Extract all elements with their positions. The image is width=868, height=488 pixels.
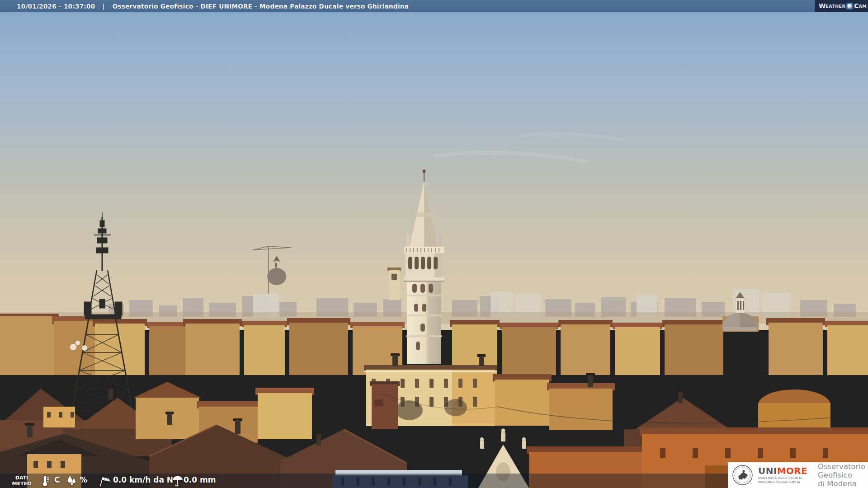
windsock-icon (99, 475, 110, 487)
droplets-icon (66, 475, 78, 487)
weathercam-am: AM (859, 4, 867, 9)
weathercam-eather: EATHER (826, 4, 845, 9)
dati-meteo-label: DATI METEO (7, 475, 36, 487)
timestamp: 10/01/2026 - 10:37:00 (17, 3, 95, 10)
humidity-unit: % (80, 475, 87, 484)
temperature-unit: C (54, 475, 60, 484)
osservatorio-label: Osservatorio Geofisico di Modena (818, 462, 868, 488)
unimore-uni: UNI (758, 465, 777, 476)
weathercam-w: W (819, 2, 826, 9)
wind-value: 0.0 km/h da N (113, 475, 173, 484)
unimore-wordmark: UNIMORE UNIVERSITÀ DEGLI STUDI DI MODENA… (758, 466, 812, 484)
rain-value: 0.0 mm (184, 475, 216, 484)
bell-tower (387, 267, 401, 300)
camera-lens-icon (846, 3, 853, 9)
weathercam-logo: WEATHER CAM (815, 0, 868, 12)
unimore-logo-card: UNIMORE UNIVERSITÀ DEGLI STUDI DI MODENA… (728, 462, 868, 488)
thermometer-icon (39, 475, 51, 487)
weathercam-c: C (854, 2, 859, 9)
title-bar: 10/01/2026 - 10:37:00 | Osservatorio Geo… (0, 0, 868, 12)
umbrella-icon (172, 475, 184, 487)
webcam-photo (0, 0, 868, 488)
unimore-seal-icon (732, 465, 753, 486)
separator: | (102, 3, 104, 10)
unimore-more: MORE (777, 465, 808, 476)
camera-title: Osservatorio Geofisico - DIEF UNIMORE - … (113, 3, 409, 10)
unimore-subtitle: UNIVERSITÀ DEGLI STUDI DI MODENA E REGGI… (758, 476, 812, 484)
